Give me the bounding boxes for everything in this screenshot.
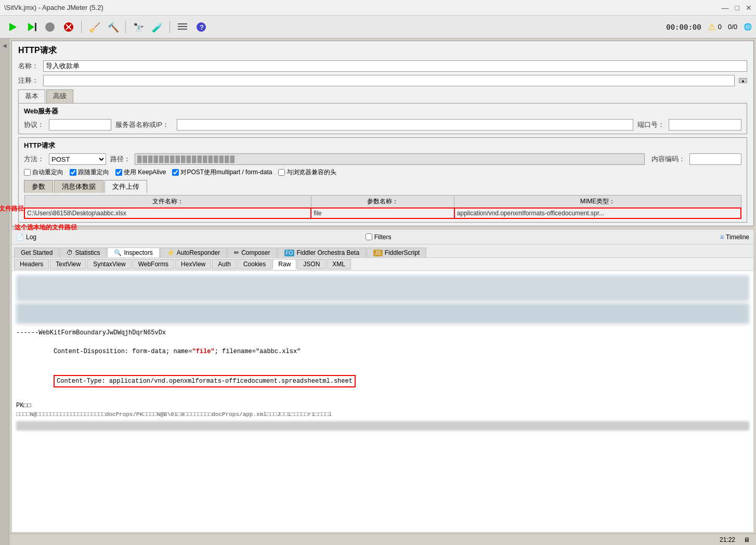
resp-tab-syntaxview[interactable]: SyntaxView — [87, 259, 131, 269]
port-label: 端口号： — [637, 120, 664, 129]
web-server-title: Web服务器 — [24, 107, 741, 116]
stop-button[interactable] — [42, 19, 58, 35]
close-button[interactable]: ✕ — [746, 4, 752, 12]
timeline-icon: ≡ — [720, 233, 724, 241]
play-stop-button[interactable] — [23, 19, 40, 35]
tab-get-started[interactable]: Get Started — [14, 248, 59, 257]
web-server-section: Web服务器 协议： 服务器名称或IP： 端口号： — [18, 103, 747, 134]
response-tabs: Headers TextView SyntaxView WebForms Hex… — [12, 258, 753, 271]
port-input[interactable] — [669, 119, 741, 131]
svg-text:?: ? — [200, 23, 204, 31]
param-value[interactable]: file — [311, 208, 454, 218]
multipart-input[interactable] — [172, 169, 179, 176]
list-button[interactable] — [174, 19, 191, 35]
content-type-line: Content-Type: application/vnd.openxmlfor… — [16, 366, 749, 397]
follow-redirect-label: 跟随重定向 — [78, 168, 109, 177]
server-input[interactable] — [177, 119, 633, 131]
clear-button[interactable] — [60, 19, 77, 35]
tab-inspectors[interactable]: 🔍 Inspectors — [107, 248, 159, 257]
svg-text:🧹: 🧹 — [89, 22, 100, 33]
left-sidebar: ◀ — [0, 38, 9, 545]
pk-line: PK□□ — [16, 401, 749, 410]
play-button[interactable] — [4, 19, 21, 35]
minimize-button[interactable]: — — [722, 4, 729, 12]
fiddler-filters-item[interactable]: Filters — [366, 233, 392, 241]
boundary-line: ------WebKitFormBoundaryJwDWqjhDqrN65vDx — [16, 328, 749, 338]
resp-tab-headers[interactable]: Headers — [14, 259, 49, 269]
mime-col-header: MIME类型： — [454, 196, 741, 209]
resp-tab-json[interactable]: JSON — [297, 259, 325, 269]
collapse-button[interactable]: ▲ — [739, 78, 747, 83]
svg-rect-12 — [178, 26, 187, 27]
status-icon: 🖥 — [744, 536, 750, 543]
tab-fiddler-script[interactable]: JS FiddlerScript — [367, 248, 426, 257]
follow-redirect-checkbox[interactable]: 跟随重定向 — [70, 168, 109, 177]
keepalive-label: 使用 KeepAlive — [124, 168, 166, 177]
mime-value[interactable]: application/vnd.openxmlformats-officedoc… — [454, 208, 741, 218]
subtab-files[interactable]: 文件上传 — [105, 180, 147, 193]
response-content[interactable]: ------WebKitFormBoundaryJwDWqjhDqrN65vDx… — [12, 271, 753, 532]
flask-button[interactable]: 🧪 — [149, 19, 165, 35]
fiddler-tabs: Get Started ⏱ Statistics 🔍 Inspectors ⚡ … — [12, 244, 753, 258]
resp-tab-hexview[interactable]: HexView — [175, 259, 211, 269]
encoding-input[interactable] — [689, 153, 741, 165]
protocol-label: 协议： — [24, 120, 45, 129]
form-title: HTTP请求 — [18, 45, 747, 56]
keepalive-checkbox[interactable]: 使用 KeepAlive — [115, 168, 166, 177]
hammer-button[interactable]: 🔨 — [105, 19, 121, 35]
statistics-icon: ⏱ — [67, 249, 73, 256]
tab-advanced[interactable]: 高级 — [46, 89, 73, 103]
protocol-input[interactable] — [49, 119, 111, 131]
fiddler-timeline-item[interactable]: ≡ Timeline — [720, 233, 749, 241]
binoculars-button[interactable]: 🔭 — [130, 19, 147, 35]
comment-label: 注释： — [18, 76, 39, 85]
composer-label: Composer — [241, 249, 270, 256]
method-path-row: 方法： POST GET PUT DELETE 路径： ████████████… — [24, 153, 741, 165]
tab-fiddler-orchestra[interactable]: FO Fiddler Orchestra Beta — [278, 248, 367, 257]
browser-compat-label: 与浏览器兼容的头 — [286, 168, 336, 177]
resp-tab-cookies[interactable]: Cookies — [238, 259, 271, 269]
inspectors-icon: 🔍 — [114, 249, 122, 256]
fiddler-log-item[interactable]: 📄 Log — [16, 233, 36, 241]
http-request-title: HTTP请求 — [24, 141, 741, 150]
statusbar: 21:22 🖥 — [9, 534, 756, 545]
resp-tab-raw[interactable]: Raw — [272, 259, 296, 269]
subtab-bar: 参数 消息体数据 文件上传 — [24, 180, 741, 193]
auto-redirect-checkbox[interactable]: 自动重定向 — [24, 168, 63, 177]
toolbar-sep-3 — [170, 21, 170, 33]
multipart-checkbox[interactable]: 对POST使用multipart / form-data — [172, 168, 272, 177]
toolbar-sep-1 — [81, 21, 82, 33]
browser-compat-input[interactable] — [278, 169, 285, 176]
fiddler-script-label: FiddlerScript — [385, 249, 420, 256]
tab-autoresponder[interactable]: ⚡ AutoResponder — [160, 248, 227, 257]
filters-checkbox[interactable] — [366, 233, 372, 240]
red-annotation: 这个选本地的文件路径 — [0, 204, 24, 213]
maximize-button[interactable]: □ — [735, 4, 739, 12]
blurred-area-1 — [16, 275, 749, 301]
keepalive-input[interactable] — [115, 169, 122, 176]
autoresponder-label: AutoResponder — [177, 249, 220, 256]
tab-statistics[interactable]: ⏱ Statistics — [60, 248, 107, 257]
resp-tab-auth[interactable]: Auth — [212, 259, 237, 269]
tab-basic[interactable]: 基本 — [18, 89, 45, 103]
method-select[interactable]: POST GET PUT DELETE — [49, 153, 106, 165]
comment-row: 注释： ▲ — [18, 75, 747, 86]
name-input[interactable] — [43, 60, 747, 72]
auto-redirect-input[interactable] — [24, 169, 31, 176]
resp-tab-xml[interactable]: XML — [327, 259, 351, 269]
help-button[interactable]: ? — [193, 19, 210, 35]
resp-tab-textview[interactable]: TextView — [50, 259, 86, 269]
http-request-form: HTTP请求 名称： 注释： ▲ 基本 高级 Web服务器 协议： — [11, 41, 754, 226]
follow-redirect-input[interactable] — [70, 169, 76, 176]
titlebar: \SitVk.jmx) - Apache JMeter (5.2) — □ ✕ — [0, 0, 756, 16]
tab-composer[interactable]: ✏ Composer — [227, 248, 277, 257]
encoding-label: 内容编码： — [649, 154, 685, 164]
subtab-params[interactable]: 参数 — [24, 180, 53, 193]
file-value[interactable]: C:\Users\86158\Desktop\aabbc.xlsx — [24, 208, 311, 218]
svg-rect-2 — [35, 23, 36, 31]
broom-button[interactable]: 🧹 — [86, 19, 102, 35]
browser-compat-checkbox[interactable]: 与浏览器兼容的头 — [278, 168, 336, 177]
subtab-body[interactable]: 消息体数据 — [54, 180, 103, 193]
comment-input[interactable] — [43, 75, 735, 86]
resp-tab-webforms[interactable]: WebForms — [133, 259, 174, 269]
